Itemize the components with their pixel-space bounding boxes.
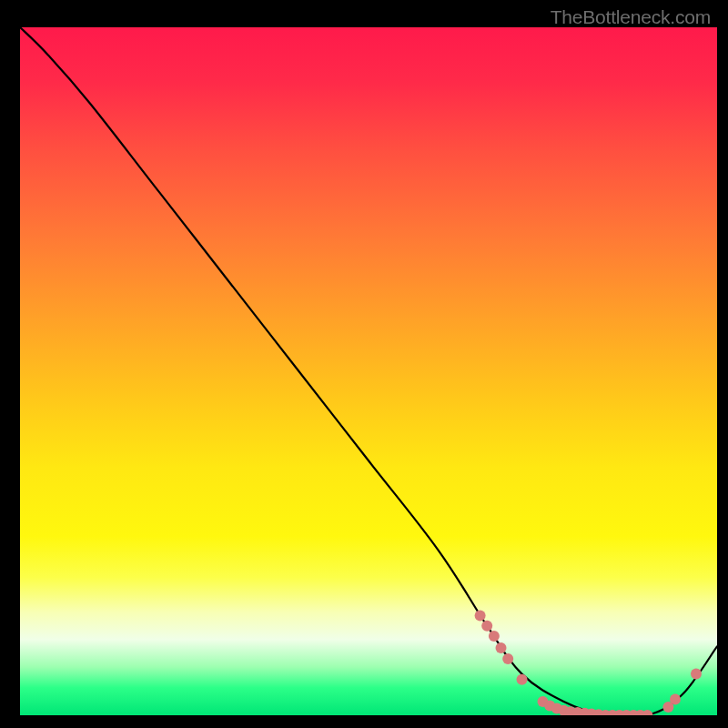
plot-area [20,27,717,715]
bottleneck-curve [20,27,717,715]
highlight-point [496,642,507,653]
curve-svg [20,27,717,715]
highlight-point [670,694,681,705]
highlight-point [502,653,513,664]
highlight-point [475,610,486,621]
highlight-point [489,631,500,642]
highlight-point [691,669,702,680]
highlight-markers [475,610,702,715]
highlight-point [642,710,652,715]
watermark-text: TheBottleneck.com [551,6,711,28]
highlight-point [481,621,492,632]
chart-frame: TheBottleneck.com [5,5,723,723]
curve-layer [20,27,717,715]
highlight-point [517,674,528,685]
